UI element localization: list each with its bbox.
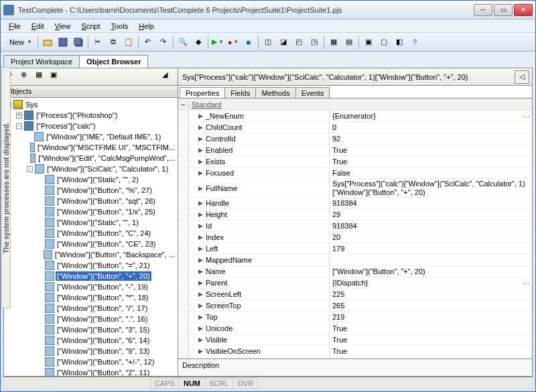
menu-edit[interactable]: Edit (27, 21, 48, 31)
tree-node[interactable]: ["Window"]("IME", "Default IME", 1) (5, 131, 176, 142)
find-icon[interactable]: 🔍 (176, 35, 190, 50)
help-icon[interactable]: ? (407, 35, 422, 50)
property-value[interactable] (330, 255, 532, 265)
maximize-button[interactable]: ▭ (494, 4, 513, 16)
property-row[interactable]: ▶ScreenLeft225 (178, 289, 532, 300)
proptab-properties[interactable]: Properties (180, 87, 225, 98)
tree-node[interactable]: ["Window"]("Button", ".", 16) (5, 314, 176, 324)
property-row[interactable]: ▶Name["Window"]("Button", "+", 20) (178, 266, 532, 277)
cut-icon[interactable]: ✂ (90, 35, 105, 50)
property-row[interactable]: ▶ChildCount0 (178, 122, 532, 133)
property-row[interactable]: ▶_NewEnum{Enumerator}… (178, 111, 532, 122)
panel1-icon[interactable]: ▦ (326, 35, 341, 50)
stop-icon[interactable]: ■ (241, 35, 256, 50)
tree-node[interactable]: -Sys (5, 99, 176, 110)
tree-node[interactable]: ["Window"]("Button", "*", 18) (5, 292, 176, 303)
minimize-button[interactable]: ─ (474, 4, 492, 16)
view3-icon[interactable]: ◧ (392, 35, 407, 50)
menu-view[interactable]: View (51, 21, 75, 31)
tree-node[interactable]: ["Window"]("Button", "%", 27) (5, 185, 176, 196)
tree-node[interactable]: ["Window"]("Static", "", 1) (5, 217, 176, 228)
property-row[interactable]: ▶MappedName (178, 255, 532, 266)
property-row[interactable]: ▶Top219 (178, 312, 532, 323)
property-value[interactable]: 29 (330, 209, 532, 220)
property-row[interactable]: ▶EnabledTrue (178, 145, 532, 156)
tree-node[interactable]: ["Window"]("Button", "+/-", 12) (5, 356, 176, 367)
tree-node[interactable]: ["Window"]("Button", "/", 17) (5, 303, 176, 314)
menu-tools[interactable]: Tools (107, 21, 133, 31)
redo-icon[interactable]: ↷ (156, 35, 171, 50)
tree-node[interactable]: ["Window"]("Edit", "CalcMsgPumpWnd",... (5, 153, 176, 164)
property-value[interactable]: True (330, 334, 532, 345)
tool2-icon[interactable]: ◫ (261, 35, 275, 50)
expand-icon[interactable]: + (16, 113, 22, 119)
more-button[interactable]: … (520, 277, 532, 288)
tab-project-workspace[interactable]: Project Workspace (3, 55, 80, 68)
tree-node[interactable]: ["Window"]("Button", "=", 21) (5, 260, 176, 271)
collapse-icon[interactable]: - (27, 166, 33, 172)
target-icon[interactable]: ⊕ (21, 70, 34, 84)
tree-node[interactable]: ["Window"]("Button", "+", 20) (5, 271, 176, 281)
save-icon[interactable] (56, 35, 70, 50)
proptab-fields[interactable]: Fields (224, 87, 256, 98)
object-tree[interactable]: -Sys+["Process"]("Photoshop")-["Process"… (4, 98, 178, 376)
tree-node[interactable]: ["Window"]("Button", "6", 14) (5, 335, 176, 346)
new-button[interactable]: New▼ (5, 35, 36, 50)
property-row[interactable]: ▶Id918384 (178, 220, 532, 232)
property-row[interactable]: ▶ScreenTop265 (178, 300, 532, 312)
property-row[interactable]: ▶ExistsTrue (178, 156, 532, 168)
property-value[interactable]: True (330, 156, 532, 167)
paste-icon[interactable]: 📋 (121, 35, 136, 50)
property-value[interactable]: 918384 (330, 220, 532, 231)
property-value[interactable]: False (330, 168, 532, 178)
tab-object-browser[interactable]: Object Browser (79, 55, 148, 68)
property-value[interactable]: 918384 (330, 198, 532, 208)
tool5-icon[interactable]: ◳ (307, 35, 322, 50)
property-value[interactable]: {Enumerator} (330, 111, 520, 121)
tree-node[interactable]: ["Window"]("Button", "sqt", 26) (5, 196, 176, 206)
copy-icon[interactable]: ⧉ (106, 35, 121, 50)
tool4-icon[interactable]: ◰ (291, 35, 306, 50)
flag-icon[interactable]: ◢ (162, 70, 176, 84)
tree-node[interactable]: ["Window"]("Button", "C", 24) (5, 228, 176, 239)
property-value[interactable]: 219 (330, 312, 532, 322)
property-value[interactable]: 92 (330, 133, 532, 144)
property-grid[interactable]: −Standard▶_NewEnum{Enumerator}…▶ChildCou… (178, 99, 532, 358)
map-icon[interactable]: ▣ (50, 70, 64, 84)
tree-node[interactable]: ["Window"]("Button", "1/x", 25) (5, 206, 176, 217)
nav-back-button[interactable]: ◁ (515, 70, 529, 84)
property-row[interactable]: ▶FullNameSys["Process"]("calc")["Window"… (178, 179, 532, 198)
panel2-icon[interactable]: ▤ (342, 35, 356, 50)
property-value[interactable]: 0 (330, 122, 532, 133)
property-row[interactable]: ▶ControlId92 (178, 133, 532, 145)
property-row[interactable]: ▶Left179 (178, 243, 532, 255)
property-row[interactable]: ▶VisibleOnScreenTrue (178, 346, 532, 357)
tree-node[interactable]: ["Window"]("Button", "2", 11) (5, 367, 176, 376)
undo-icon[interactable]: ↶ (141, 35, 155, 50)
property-row[interactable]: ▶Height29 (178, 209, 532, 220)
property-value[interactable]: True (330, 346, 532, 356)
collapse-icon[interactable]: - (16, 123, 22, 129)
saveall-icon[interactable] (71, 35, 86, 50)
property-row[interactable]: ▶Index20 (178, 232, 532, 243)
property-value[interactable]: 179 (330, 243, 532, 254)
tool3-icon[interactable]: ◪ (276, 35, 291, 50)
tree-node[interactable]: ["Window"]("Button", "CE", 23) (5, 239, 176, 249)
view1-icon[interactable]: ▣ (361, 35, 376, 50)
filter-icon[interactable]: ▦ (36, 70, 49, 84)
more-button[interactable]: … (520, 111, 532, 121)
property-value[interactable]: True (330, 323, 532, 334)
tree-node[interactable]: ["Window"]("Button", "-", 19) (5, 281, 176, 292)
proptab-methods[interactable]: Methods (255, 87, 295, 98)
menu-file[interactable]: File (5, 21, 25, 31)
tree-node[interactable]: -["Process"]("calc") (5, 121, 176, 131)
property-value[interactable]: 265 (330, 300, 532, 311)
property-row[interactable]: ▶Handle918384 (178, 198, 532, 209)
tree-node[interactable]: +["Process"]("Photoshop") (5, 110, 176, 121)
category-row[interactable]: −Standard (178, 99, 532, 111)
property-value[interactable]: True (330, 145, 532, 155)
menu-script[interactable]: Script (77, 21, 104, 31)
run-icon[interactable]: ▶▼ (210, 35, 225, 50)
proptab-events[interactable]: Events (295, 87, 330, 98)
property-value[interactable]: 20 (330, 232, 532, 243)
